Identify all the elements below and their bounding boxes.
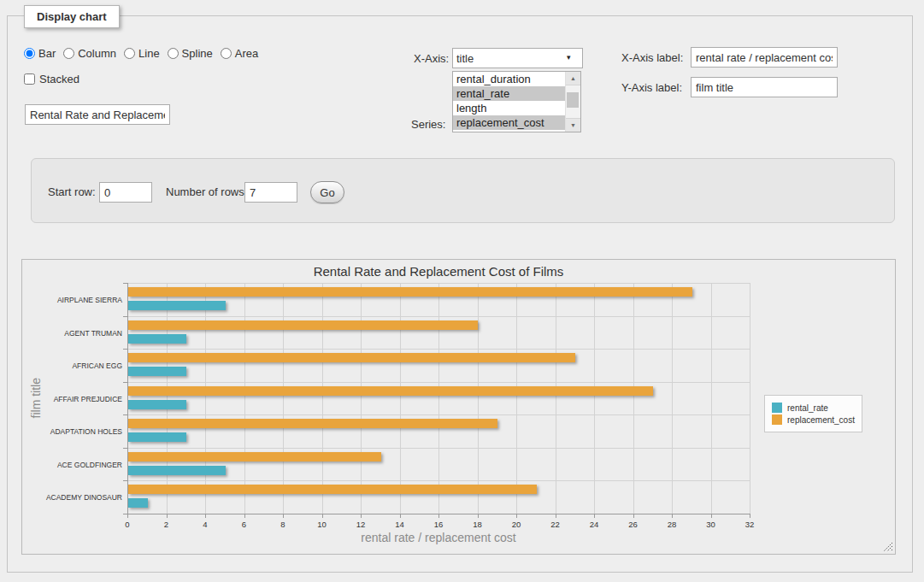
x-axis-select[interactable]: title (452, 48, 583, 68)
page: { "display_panel": { "legend": "Display … (0, 0, 924, 582)
bar-rental_rate (128, 498, 148, 508)
series-option-replacement_cost[interactable]: replacement_cost (453, 115, 565, 130)
series-option-length[interactable]: length (453, 101, 565, 115)
x-tick-label: 20 (512, 520, 521, 529)
x-tick-label: 30 (706, 520, 715, 529)
grid-line-v (322, 283, 323, 514)
panel-legend: Display chart (24, 5, 120, 28)
chart-legend: rental_ratereplacement_cost (764, 395, 862, 432)
series-scrollbar[interactable]: ▲ ▼ (565, 72, 580, 132)
bar-rental_rate (128, 334, 186, 344)
stacked-checkbox[interactable] (24, 73, 35, 85)
y-axis-label-input[interactable] (691, 77, 838, 97)
scroll-down-icon[interactable]: ▼ (566, 118, 580, 132)
go-button[interactable]: Go (310, 181, 344, 203)
grid-line-v (478, 283, 479, 514)
legend-item-rental_rate[interactable]: rental_rate (772, 403, 855, 413)
chart-type-option-area: Area (221, 47, 258, 60)
scrollbar-thumb[interactable] (567, 92, 579, 108)
grid-line-h (127, 349, 750, 350)
x-tick-label: 0 (125, 520, 129, 529)
bar-rental_rate (128, 301, 226, 310)
bar-replacement_cost (128, 485, 537, 494)
bar-rental_rate (128, 466, 226, 475)
scroll-up-icon[interactable]: ▲ (566, 72, 580, 85)
chart-type-label-spline: Spline (182, 47, 213, 60)
resize-handle-icon[interactable] (883, 542, 893, 552)
start-row-input[interactable] (99, 182, 152, 203)
legend-item-replacement_cost[interactable]: replacement_cost (772, 414, 855, 425)
grid-line-v (516, 283, 517, 514)
x-tick (750, 514, 750, 518)
grid-line-v (167, 283, 168, 514)
y-axis-title: film title (29, 378, 43, 418)
bar-rental_rate (128, 432, 186, 442)
x-axis-line (127, 514, 750, 514)
y-axis-line (127, 283, 128, 514)
chart-type-radio-spline[interactable] (168, 48, 179, 59)
chart: Rental Rate and Replacement Cost of Film… (21, 259, 896, 555)
start-row-label: Start row: (48, 185, 96, 198)
grid-line-h (127, 414, 750, 415)
x-tick-label: 32 (745, 520, 755, 529)
grid-line-v (711, 283, 712, 514)
grid-line-h (127, 382, 750, 383)
bar-replacement_cost (128, 353, 575, 362)
chart-type-label-line: Line (138, 47, 160, 60)
chart-type-label-area: Area (235, 47, 258, 60)
bar-rental_rate (128, 367, 186, 376)
chart-type-option-spline: Spline (168, 47, 213, 60)
x-tick-label: 14 (395, 520, 404, 529)
legend-swatch-replacement_cost (772, 414, 782, 425)
grid-line-h (127, 283, 750, 284)
x-tick-label: 4 (203, 520, 207, 529)
stacked-checkbox-row: Stacked (24, 73, 79, 85)
bar-replacement_cost (128, 452, 381, 461)
chart-type-option-line: Line (124, 47, 160, 60)
x-tick-label: 2 (164, 520, 168, 529)
chart-type-radio-line[interactable] (124, 48, 135, 59)
grid-line-h (127, 316, 750, 317)
y-axis-title-wrap: film title (27, 283, 44, 514)
chart-type-radio-column[interactable] (63, 48, 74, 59)
legend-label-rental_rate: rental_rate (787, 403, 828, 413)
y-axis-label-caption: Y-Axis label: (621, 81, 682, 94)
chart-title: Rental Rate and Replacement Cost of Film… (127, 264, 750, 279)
x-tick-label: 22 (550, 520, 560, 529)
x-tick-label: 8 (280, 520, 285, 529)
series-option-rental_rate[interactable]: rental_rate (453, 86, 565, 101)
chart-type-radio-group: BarColumnLineSplineArea (24, 47, 266, 60)
grid-line-v (400, 283, 401, 514)
series-listbox[interactable]: rental_durationrental_ratelengthreplacem… (452, 71, 581, 132)
legend-label-replacement_cost: replacement_cost (787, 415, 855, 425)
grid-line-v (672, 283, 673, 514)
bar-replacement_cost (128, 386, 653, 396)
chart-title-input[interactable] (25, 104, 170, 125)
x-tick-label: 6 (242, 520, 246, 529)
chart-type-radio-bar[interactable] (24, 48, 35, 59)
x-tick-label: 10 (317, 520, 327, 529)
stacked-label: Stacked (39, 73, 79, 85)
number-of-rows-label: Number of rows: (166, 185, 247, 198)
x-tick-label: 26 (628, 520, 638, 529)
grid-line-v (750, 283, 750, 514)
number-of-rows-input[interactable] (244, 182, 297, 203)
chart-type-label-column: Column (78, 47, 116, 60)
bar-rental_rate (128, 400, 186, 409)
series-options: rental_durationrental_ratelengthreplacem… (453, 72, 565, 132)
chart-type-radio-area[interactable] (221, 48, 232, 59)
grid-line-v (633, 283, 634, 514)
x-tick-label: 18 (473, 520, 482, 529)
row-controls-panel: Start row: Number of rows: Go (31, 158, 895, 223)
x-axis-label-input[interactable] (691, 47, 838, 68)
chart-type-option-bar: Bar (24, 47, 56, 60)
grid-line-h (127, 480, 750, 481)
grid-line-v (438, 283, 439, 514)
series-option-rental_duration[interactable]: rental_duration (453, 72, 565, 86)
chart-type-label-bar: Bar (38, 47, 56, 60)
grid-line-v (594, 283, 595, 514)
legend-swatch-rental_rate (772, 403, 782, 413)
x-tick-label: 12 (356, 520, 366, 529)
x-axis-label-caption: X-Axis label: (621, 51, 683, 64)
series-list-label: Series: (411, 118, 445, 131)
